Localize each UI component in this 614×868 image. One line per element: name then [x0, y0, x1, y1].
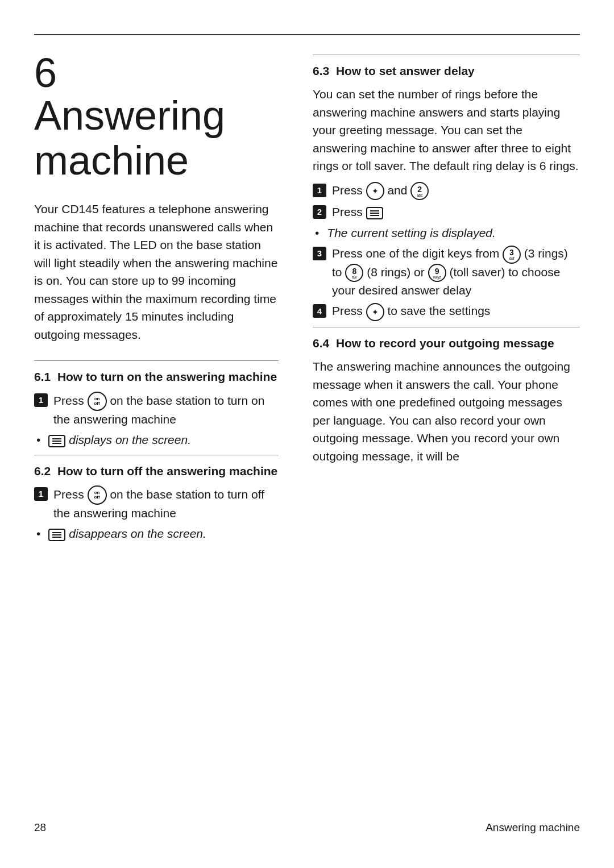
section-rule-6-3	[313, 55, 580, 55]
columns: 6 Answeringmachine Your CD145 features a…	[34, 52, 580, 793]
top-rule	[34, 34, 580, 35]
section-6-1: 6.1 How to turn on the answering machine…	[34, 369, 279, 448]
left-column: 6 Answeringmachine Your CD145 features a…	[34, 52, 279, 793]
step-6-3-4-content: Press ✦ to save the settings	[332, 302, 580, 321]
bullet-6-1-1: • displays on the screen.	[36, 431, 279, 448]
step-num-1-6-2: 1	[34, 487, 48, 501]
bullet-6-3-1: • The current setting is displayed.	[315, 225, 580, 242]
page-number: 28	[34, 821, 46, 834]
digit-3-icon: 3 def	[503, 246, 521, 264]
section-6-2: 6.2 How to turn off the answering machin…	[34, 463, 279, 543]
step-6-3-1-content: Press ✦ and 2 abc	[332, 182, 580, 200]
step-num-6-3-1: 1	[313, 184, 326, 197]
section-rule-6-4	[313, 327, 580, 327]
step-6-3-3-content: Press one of the digit keys from 3 def (…	[332, 245, 580, 299]
right-column: 6.3 How to set answer delay You can set …	[313, 52, 580, 793]
step-6-1-1: 1 Press on off on the base station to tu…	[34, 392, 279, 428]
body-text-6-3: You can set the number of rings before t…	[313, 85, 580, 175]
section-heading-6-1: 6.1 How to turn on the answering machine	[34, 369, 279, 384]
digit-8-icon: 8 tuv	[345, 264, 363, 282]
section-heading-6-2: 6.2 How to turn off the answering machin…	[34, 463, 279, 479]
section-heading-6-4: 6.4 How to record your outgoing message	[313, 335, 580, 351]
body-text-6-4: The answering machine announces the outg…	[313, 358, 580, 465]
digit-2-icon: 2 abc	[410, 182, 429, 200]
bullet-6-3-1-text: The current setting is displayed.	[327, 225, 495, 242]
step-6-3-2-content: Press	[332, 203, 580, 221]
step-6-1-1-content: Press on off on the base station to turn…	[53, 392, 279, 428]
step-num-1: 1	[34, 393, 48, 407]
page-footer: 28 Answering machine	[34, 816, 580, 834]
bullet-dot-6-2: •	[36, 525, 40, 542]
section-rule-6-1	[34, 360, 279, 361]
footer-right: Answering machine	[486, 821, 580, 834]
intro-paragraph: Your CD145 features a telephone answerin…	[34, 200, 279, 343]
digit-9-icon: 9 wxyz	[428, 264, 446, 282]
step-6-3-2: 2 Press	[313, 203, 580, 221]
step-6-3-3: 3 Press one of the digit keys from 3 def…	[313, 245, 580, 299]
step-num-6-3-4: 4	[313, 304, 326, 318]
onoff-icon-6-1: on off	[88, 392, 107, 411]
bullet-dot: •	[36, 431, 40, 448]
section-heading-6-3: 6.3 How to set answer delay	[313, 63, 580, 78]
section-rule-6-2	[34, 455, 279, 455]
bullet-6-2-1-content: disappears on the screen.	[48, 525, 279, 542]
step-6-3-4: 4 Press ✦ to save the settings	[313, 302, 580, 321]
onoff-icon-6-2: on off	[88, 485, 107, 505]
bullet-dot-6-3: •	[315, 225, 319, 242]
step-6-2-1: 1 Press on off on the base station to tu…	[34, 485, 279, 522]
step-6-2-1-content: Press on off on the base station to turn…	[53, 485, 279, 522]
bullet-6-2-1: • disappears on the screen.	[36, 525, 279, 542]
page-container: 6 Answeringmachine Your CD145 features a…	[0, 0, 614, 868]
star-icon-6-3-4: ✦	[366, 303, 384, 321]
section-6-4: 6.4 How to record your outgoing message …	[313, 335, 580, 465]
step-6-3-1: 1 Press ✦ and 2 abc	[313, 182, 580, 200]
star-icon-6-3: ✦	[366, 182, 384, 200]
chapter-title: Answeringmachine	[34, 93, 279, 183]
bullet-6-1-1-content: displays on the screen.	[48, 431, 279, 448]
menu-icon-6-1	[48, 435, 65, 447]
step-num-6-3-2: 2	[313, 205, 326, 219]
chapter-number: 6	[34, 52, 279, 93]
section-6-3: 6.3 How to set answer delay You can set …	[313, 63, 580, 321]
menu-icon-6-3	[366, 207, 383, 219]
menu-icon-6-2	[48, 529, 65, 541]
step-num-6-3-3: 3	[313, 247, 326, 260]
